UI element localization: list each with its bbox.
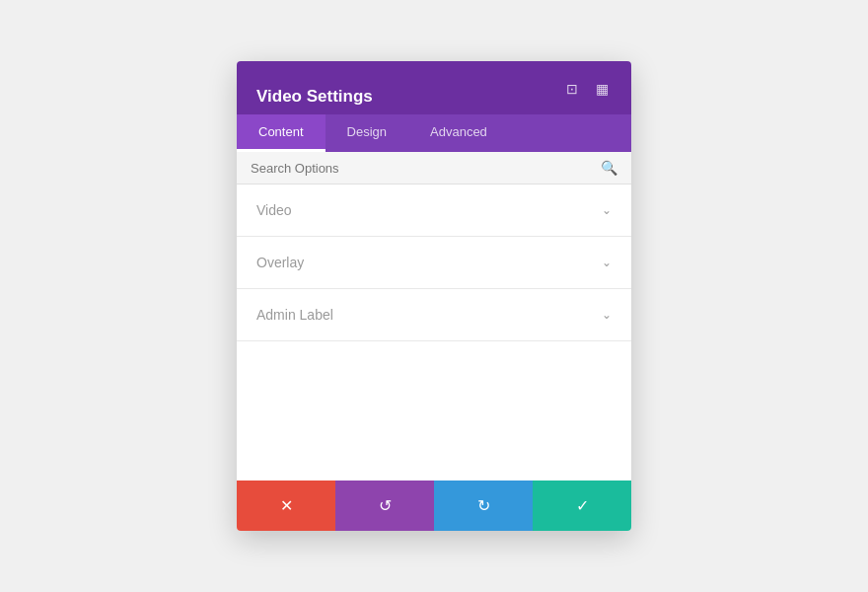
accordion-overlay: Overlay ⌄ bbox=[237, 237, 631, 289]
accordion-label-video: Video bbox=[256, 202, 292, 218]
tab-advanced[interactable]: Advanced bbox=[408, 114, 509, 152]
expand-icon[interactable]: ⊡ bbox=[562, 79, 582, 99]
tab-design[interactable]: Design bbox=[326, 114, 408, 152]
accordion-video: Video ⌄ bbox=[237, 185, 631, 237]
accordion-container: Video ⌄ Overlay ⌄ Admin Label ⌄ bbox=[237, 185, 631, 481]
accordion-label-overlay: Overlay bbox=[256, 255, 304, 270]
modal-header: Video Settings ⊡ ▦ bbox=[237, 61, 631, 114]
accordion-header-video[interactable]: Video ⌄ bbox=[237, 185, 631, 236]
modal-footer: ✕ ↺ ↻ ✓ bbox=[237, 481, 631, 531]
redo-button[interactable]: ↻ bbox=[434, 481, 533, 531]
search-bar: 🔍 bbox=[237, 152, 631, 185]
chevron-down-icon-admin-label: ⌄ bbox=[602, 308, 612, 322]
modal-title: Video Settings bbox=[256, 87, 562, 107]
search-icon: 🔍 bbox=[601, 160, 617, 176]
modal-body-empty bbox=[237, 341, 631, 470]
tab-content[interactable]: Content bbox=[237, 114, 326, 152]
accordion-label-admin-label: Admin Label bbox=[256, 307, 333, 323]
reset-button[interactable]: ↺ bbox=[335, 481, 434, 531]
modal-tabs: Content Design Advanced bbox=[237, 114, 631, 152]
cancel-button[interactable]: ✕ bbox=[237, 481, 335, 531]
chevron-down-icon-video: ⌄ bbox=[602, 203, 612, 217]
save-button[interactable]: ✓ bbox=[533, 481, 631, 531]
accordion-header-overlay[interactable]: Overlay ⌄ bbox=[237, 237, 631, 288]
accordion-admin-label: Admin Label ⌄ bbox=[237, 289, 631, 341]
layout-icon[interactable]: ▦ bbox=[592, 79, 612, 99]
accordion-header-admin-label[interactable]: Admin Label ⌄ bbox=[237, 289, 631, 340]
header-icons: ⊡ ▦ bbox=[562, 79, 612, 114]
video-settings-modal: Video Settings ⊡ ▦ Content Design Advanc… bbox=[237, 61, 631, 531]
chevron-down-icon-overlay: ⌄ bbox=[602, 256, 612, 269]
search-input[interactable] bbox=[251, 161, 601, 176]
